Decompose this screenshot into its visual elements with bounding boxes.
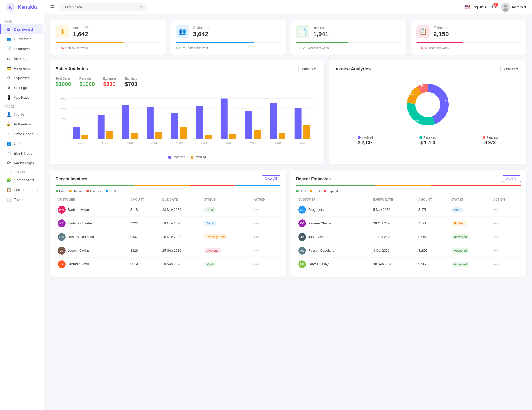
action-menu-button[interactable]: •••: [254, 207, 259, 212]
sidebar-item-dashboard[interactable]: ⊞Dashboard: [0, 24, 43, 34]
notification-button[interactable]: 6: [491, 4, 497, 11]
table-row: JBJohn Blair17 Oct 2020$2350Accepted•••: [296, 230, 521, 244]
estimates-view-all-button[interactable]: View All: [502, 175, 521, 182]
tables-row: Recent Invoices View All PaidUnpaidOverd…: [50, 170, 526, 277]
sidebar-item-vector-maps[interactable]: 🗺Vector Maps: [2, 158, 43, 168]
language-selector[interactable]: 🇺🇸 English ▾: [464, 4, 487, 10]
stat-bar-estimates: [416, 42, 521, 43]
action-cell[interactable]: •••: [252, 244, 280, 258]
sidebar-item-forms[interactable]: 📋Forms›: [2, 185, 43, 194]
status-bar-segment: [56, 185, 134, 186]
sidebar-item-components[interactable]: 🧩Components: [2, 175, 43, 185]
svg-rect-32: [180, 127, 187, 139]
svg-rect-19: [73, 127, 80, 139]
top-navigation: K Kanakku ☰ 🇺🇸 English ▾ 6 Admin ▾: [0, 0, 532, 14]
customer-avatar: BM: [58, 206, 66, 214]
amount-cell: $222: [128, 217, 160, 230]
amount-cell: $519: [128, 258, 160, 271]
stat-trend-amount-due: ↓ 1.15% since last week: [56, 46, 160, 50]
hamburger-icon[interactable]: ☰: [50, 4, 55, 11]
recent-estimates-card: Recent Estimates View All SentDraftExpir…: [290, 170, 526, 277]
sidebar-item-error-pages[interactable]: ⚠Error Pages›: [2, 129, 43, 139]
action-cell[interactable]: •••: [252, 203, 280, 217]
action-menu-button[interactable]: •••: [254, 234, 259, 239]
sidebar-item-invoices[interactable]: 🗂Invoices: [2, 54, 43, 63]
sidebar-item-authentication[interactable]: 🔒Authentication›: [2, 119, 43, 129]
due-date-cell: 23 Nov 2020: [160, 203, 202, 217]
sidebar-section-label: Pages: [0, 102, 44, 109]
status-badge: Overdue: [204, 248, 221, 253]
sidebar-icon-forms: 📋: [6, 187, 11, 192]
invoices-view-all-button[interactable]: View All: [262, 175, 280, 182]
status-bar-segment: [134, 185, 190, 186]
stat-label-amount-due: Amount Due: [73, 26, 91, 30]
search-input[interactable]: [62, 5, 138, 9]
sidebar-item-payments[interactable]: 💳Payments: [2, 63, 43, 73]
action-menu-button[interactable]: •••: [493, 221, 499, 226]
action-cell[interactable]: •••: [252, 230, 280, 244]
action-cell[interactable]: •••: [491, 258, 521, 271]
status-badge: Accepted: [451, 248, 470, 253]
svg-rect-47: [303, 125, 310, 139]
status-badge: Sent: [451, 207, 463, 212]
svg-text:May: May: [176, 141, 183, 144]
user-menu[interactable]: Admin ▾: [501, 3, 526, 12]
action-menu-button[interactable]: •••: [254, 262, 259, 266]
amount-cell: $175: [416, 203, 449, 217]
sidebar-item-profile[interactable]: 👤Profile: [2, 110, 43, 119]
invoice-period-button[interactable]: Monthly ▾: [500, 66, 521, 72]
sales-stat-expenses: Expenses$300: [103, 77, 116, 87]
invoice-chart-title: Invoice Analytics: [334, 66, 371, 71]
action-cell[interactable]: •••: [491, 230, 521, 244]
brand-name: Kanakku: [18, 4, 39, 10]
stat-card-estimates: 📋 Estimates 2,150 ↓ 8.68% since last wee…: [411, 20, 527, 55]
bar-chart: 050100150200250JanFebMarAprMayJunJulAugS…: [56, 92, 319, 153]
invoice-total-received: Received$ 1,763: [419, 136, 436, 145]
sidebar-item-blank-page[interactable]: 📃Blank Page: [2, 149, 43, 158]
customer-cell: KCKarlene Chaidez: [296, 217, 371, 230]
action-menu-button[interactable]: •••: [493, 262, 499, 266]
svg-rect-23: [106, 131, 113, 139]
action-menu-button[interactable]: •••: [254, 221, 259, 226]
svg-rect-37: [221, 99, 228, 139]
sidebar-item-tables[interactable]: 📊Tables›: [2, 195, 43, 204]
table-row: RCRussell Copeland8 Oct 2020$1890Accepte…: [296, 244, 521, 258]
search-bar[interactable]: [58, 3, 147, 11]
action-cell[interactable]: •••: [252, 258, 280, 271]
svg-text:150: 150: [61, 108, 67, 110]
customer-avatar: LB: [298, 260, 306, 268]
sidebar-item-application[interactable]: 📱Application›: [2, 93, 43, 102]
action-cell[interactable]: •••: [491, 217, 521, 230]
customer-cell: BMBarbara Moore: [56, 203, 128, 217]
svg-text:Jul: Jul: [226, 141, 231, 144]
action-cell[interactable]: •••: [252, 217, 280, 230]
sidebar-item-settings[interactable]: ⚙Settings: [2, 83, 43, 92]
svg-rect-20: [81, 135, 88, 139]
stat-bar-customers: [176, 42, 281, 43]
legend-item-expired: Expired: [324, 189, 338, 193]
sidebar-item-users[interactable]: 👥Users: [2, 139, 43, 148]
action-menu-button[interactable]: •••: [493, 248, 499, 253]
estimates-table-title: Recent Estimates: [296, 176, 331, 181]
stat-label-invoices: Invoices: [313, 26, 329, 30]
action-cell[interactable]: •••: [491, 203, 521, 217]
estimates-status-bar: [296, 185, 521, 186]
status-bar-segment: [375, 185, 431, 186]
stat-icon-invoices: 📄: [296, 25, 309, 38]
status-bar-segment: [235, 185, 280, 186]
action-cell[interactable]: •••: [491, 244, 521, 258]
svg-text:Sep: Sep: [274, 141, 281, 144]
sidebar-item-expenses[interactable]: ⚙Expenses: [2, 73, 43, 83]
action-menu-button[interactable]: •••: [493, 234, 499, 239]
status-cell: Sent: [202, 217, 252, 230]
action-menu-button[interactable]: •••: [493, 207, 499, 212]
sidebar-item-customers[interactable]: 👥Customers: [2, 34, 43, 44]
sidebar-icon-profile: 👤: [6, 112, 11, 117]
flag-icon: 🇺🇸: [464, 4, 470, 10]
customer-avatar: RC: [58, 233, 66, 241]
action-menu-button[interactable]: •••: [254, 248, 259, 253]
due-date-cell: 25 Sep 2020: [160, 244, 202, 258]
stat-trend-estimates: ↓ 8.68% since last week: [416, 46, 521, 50]
sidebar-item-estimates[interactable]: 📄Estimates: [2, 44, 43, 53]
sales-period-button[interactable]: Monthly ▾: [298, 66, 319, 72]
